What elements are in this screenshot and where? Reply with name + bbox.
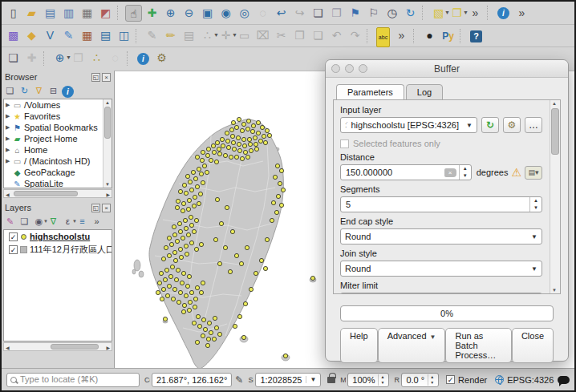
expand-arrow-icon[interactable]: ▶ [6, 147, 12, 153]
zoom-out-icon[interactable]: ⊖ [181, 5, 197, 22]
save-project-icon[interactable]: ▤ [42, 5, 59, 22]
new-layout-icon[interactable]: ❏ [5, 50, 22, 67]
options-wrench-icon[interactable]: ⚙ [153, 50, 170, 67]
miter-limit-input[interactable]: 2.000000 ▲▼ [340, 293, 542, 294]
scale-combobox[interactable]: 1:2028525 ▼ [255, 373, 321, 387]
data-source-manager-icon[interactable]: ▩ [5, 27, 22, 44]
clear-field-icon[interactable]: × [444, 168, 456, 177]
data-defined-override-button[interactable]: ▤▾ [525, 166, 542, 180]
new-spatialite-layer-icon[interactable]: ✎ [60, 27, 77, 44]
zoom-full-icon[interactable]: ▣ [199, 5, 216, 22]
help-contents-icon[interactable]: ? [468, 27, 485, 44]
browse-ellipsis-button[interactable]: … [525, 117, 542, 133]
tab-parameters[interactable]: Parameters [336, 84, 404, 100]
new-geopackage-layer-icon[interactable]: ◆ [23, 27, 40, 44]
browser-horizontal-scrollbar[interactable]: ◀▶ [3, 189, 112, 198]
distance-input[interactable]: 150.000000 × ▲▼ [340, 164, 472, 180]
browser-item-volumes[interactable]: ▶▭/Volumes [4, 99, 103, 111]
layer-visibility-checkbox[interactable]: ✓ [9, 245, 18, 254]
layer-item-highschoolstu[interactable]: ✓highschoolstu [4, 230, 112, 243]
crs-status[interactable]: EPSG:4326 [507, 375, 554, 385]
toolbar-overflow-icon[interactable]: » [393, 27, 410, 44]
join-style-select[interactable]: Round ▼ [340, 261, 542, 277]
magnifier-spinbox[interactable]: 100% ▲▼ [347, 373, 389, 387]
browser-vertical-scrollbar[interactable]: ▲▼ [103, 99, 112, 188]
locator-search-input[interactable]: Type to locate (⌘K) [6, 373, 140, 387]
refresh-map-icon[interactable]: ↻ [402, 5, 419, 22]
browser-close-button[interactable]: × [102, 73, 111, 82]
browser-item-spatial-bookmarks[interactable]: ▶⚑Spatial Bookmarks [4, 122, 103, 133]
browser-properties-icon[interactable]: i [61, 84, 75, 97]
select-by-value-icon[interactable]: ❐▼ [448, 5, 465, 22]
add-raster-layer-icon[interactable]: ▦ [79, 27, 95, 44]
input-layer-select[interactable]: :˙ highschoolstu [EPSG:4326] ▼ [340, 117, 477, 133]
advanced-button[interactable]: Advanced▼ [378, 328, 446, 363]
expand-all-icon[interactable]: ≡ [75, 215, 89, 228]
layer-item-population[interactable]: ✓111年12月行政區人口 [4, 243, 112, 256]
rotation-spinbox[interactable]: 0.0 ° ▲▼ [401, 373, 439, 387]
iterate-over-layer-button[interactable]: ↻ [481, 117, 499, 133]
browser-item-favorites[interactable]: ▶★Favorites [4, 111, 103, 122]
browser-item-project-home[interactable]: ▶▰Project Home [4, 133, 103, 144]
style-manager-icon[interactable]: ◩ [97, 5, 114, 22]
zoom-to-layer-icon[interactable]: ◉ [217, 5, 234, 22]
layer-labeling-icon[interactable]: abc [375, 27, 391, 44]
processing-selection-icon[interactable]: ∴ [88, 50, 105, 67]
close-button[interactable]: Close [512, 328, 554, 363]
messages-bubble-icon[interactable] [558, 376, 570, 384]
advanced-options-wrench-button[interactable]: ⚙ [503, 117, 521, 133]
expand-arrow-icon[interactable]: ▶ [6, 113, 12, 119]
rotation-spinner[interactable]: ▲▼ [428, 374, 434, 386]
layers-close-button[interactable]: × [102, 204, 111, 212]
add-selected-layers-icon[interactable]: ❏ [3, 84, 17, 97]
distance-spinner[interactable]: ▲▼ [459, 165, 471, 180]
zoom-last-icon[interactable]: ↩ [273, 5, 290, 22]
add-mesh-layer-icon[interactable]: ▤ [97, 27, 114, 44]
lock-scale-icon[interactable] [327, 377, 335, 383]
expand-arrow-icon[interactable]: ▶ [6, 158, 12, 164]
segments-spinner[interactable]: ▲▼ [529, 197, 542, 212]
collapse-all-icon[interactable]: ⊟ [47, 84, 60, 97]
open-layer-styling-icon[interactable]: ✎ [3, 215, 17, 228]
open-project-icon[interactable]: ▰ [23, 5, 40, 22]
new-spatial-bookmark-icon[interactable]: ⚑ [347, 5, 363, 22]
layers-horizontal-scrollbar[interactable]: ◀▶ [3, 342, 112, 351]
browser-item-geopackage[interactable]: ◆GeoPackage [4, 167, 103, 178]
layers-float-button[interactable]: ◱ [91, 204, 100, 212]
render-checkbox[interactable]: ✓ Render [446, 375, 487, 385]
miter-limit-spinner[interactable]: ▲▼ [529, 293, 542, 294]
expand-arrow-icon[interactable]: ▶ [6, 102, 12, 108]
add-virtual-layer-icon[interactable]: ◫ [116, 27, 132, 44]
show-bookmarks-icon[interactable]: ⚐ [365, 5, 382, 22]
add-vector-layer-icon[interactable]: V [42, 27, 59, 44]
identify-features-icon[interactable]: i [495, 5, 512, 22]
toolbar-overflow-icon[interactable]: » [467, 5, 484, 22]
zoom-full-extent-icon[interactable]: ⊕▼ [51, 50, 68, 67]
new-3d-map-view-icon[interactable]: ❐ [328, 5, 345, 22]
new-map-view-icon[interactable]: ❏ [310, 5, 327, 22]
crs-globe-icon[interactable] [495, 375, 504, 384]
layer-visibility-checkbox[interactable]: ✓ [9, 232, 18, 241]
segments-input[interactable]: 5 ▲▼ [340, 196, 542, 212]
dialog-vertical-scrollbar[interactable]: ▲▼ [550, 100, 560, 293]
manage-map-themes-icon[interactable]: ◉▼ [32, 215, 46, 228]
dialog-titlebar[interactable]: Buffer [326, 60, 568, 78]
search-plugin-icon[interactable]: ● [421, 27, 438, 44]
filter-legend-icon[interactable]: ∇ [47, 215, 60, 228]
panel-overflow-icon[interactable]: » [90, 215, 103, 228]
end-cap-style-select[interactable]: Round ▼ [340, 228, 542, 244]
refresh-browser-icon[interactable]: ↻ [18, 84, 31, 97]
browser-item-spatialite[interactable]: ✎SpatiaLite [4, 178, 103, 188]
tab-log[interactable]: Log [406, 84, 443, 100]
filter-browser-icon[interactable]: ∇ [32, 84, 46, 97]
pan-to-selection-icon[interactable]: ✚ [144, 5, 160, 22]
browser-float-button[interactable]: ◱ [91, 73, 100, 82]
expand-arrow-icon[interactable]: ▶ [6, 135, 12, 142]
zoom-to-selection-icon[interactable]: ◎ [236, 5, 253, 22]
new-print-layout-icon[interactable]: ▥ [60, 5, 77, 22]
pan-map-icon[interactable]: ☝ [125, 5, 142, 22]
toggle-editing-icon[interactable]: ✏ [162, 27, 179, 44]
help-button[interactable]: Help [340, 328, 378, 363]
add-group-icon[interactable]: ❏ [18, 215, 31, 228]
browser-item-home[interactable]: ▶⌂Home [4, 144, 103, 156]
